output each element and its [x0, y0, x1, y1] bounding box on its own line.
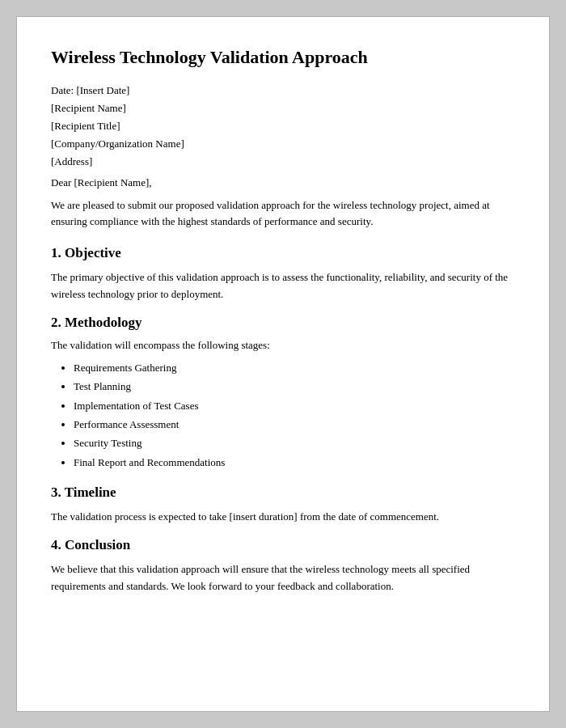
list-item: Final Report and Recommendations	[74, 453, 515, 472]
objective-body: The primary objective of this validation…	[51, 269, 515, 303]
section-conclusion: 4. Conclusion We believe that this valid…	[51, 537, 515, 595]
section-methodology: 2. Methodology The validation will encom…	[51, 315, 515, 472]
list-item: Implementation of Test Cases	[74, 396, 515, 415]
section-objective: 1. Objective The primary objective of th…	[51, 245, 515, 303]
methodology-heading: 2. Methodology	[51, 315, 515, 331]
timeline-body: The validation process is expected to ta…	[51, 509, 515, 526]
stages-list: Requirements Gathering Test Planning Imp…	[51, 358, 515, 472]
recipient-name: [Recipient Name]	[51, 102, 515, 115]
conclusion-body: We believe that this validation approach…	[51, 561, 515, 595]
document-title: Wireless Technology Validation Approach	[51, 46, 515, 70]
list-item: Test Planning	[74, 377, 515, 396]
list-item: Requirements Gathering	[74, 358, 515, 377]
company-name: [Company/Organization Name]	[51, 138, 515, 150]
salutation: Dear [Recipient Name],	[51, 176, 515, 189]
list-item: Security Testing	[74, 434, 515, 452]
section-timeline: 3. Timeline The validation process is ex…	[51, 485, 515, 526]
address-line: [Address]	[51, 155, 515, 168]
date-line: Date: [Insert Date]	[51, 84, 515, 97]
intro-paragraph: We are pleased to submit our proposed va…	[51, 197, 515, 231]
document-page: Wireless Technology Validation Approach …	[16, 16, 550, 712]
objective-heading: 1. Objective	[51, 245, 515, 261]
timeline-heading: 3. Timeline	[51, 485, 515, 501]
conclusion-heading: 4. Conclusion	[51, 537, 515, 553]
recipient-title: [Recipient Title]	[51, 120, 515, 133]
stages-intro: The validation will encompass the follow…	[51, 339, 515, 352]
list-item: Performance Assessment	[74, 415, 515, 434]
